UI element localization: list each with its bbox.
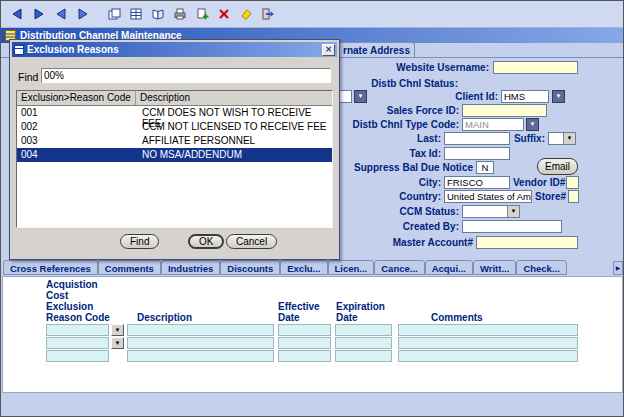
- store-label: Store#: [535, 191, 566, 203]
- created-by-field[interactable]: [462, 220, 562, 233]
- vendor-id-label: Vendor ID#: [513, 177, 565, 189]
- toolbar: [1, 1, 624, 28]
- list-item[interactable]: 004NO MSA/ADDENDUM: [17, 148, 332, 162]
- client-id-field[interactable]: HMS: [501, 90, 549, 103]
- grid-expiration-date-input[interactable]: [335, 337, 392, 349]
- store-field[interactable]: [568, 190, 579, 203]
- suppress-bal-due-field[interactable]: N: [476, 161, 494, 174]
- tab-cance[interactable]: Cance...: [374, 260, 424, 275]
- dialog-close-icon[interactable]: ✕: [322, 44, 335, 56]
- clear-form-icon[interactable]: [236, 5, 255, 24]
- tab-discounts[interactable]: Discounts: [220, 260, 280, 275]
- exclusion-list-rows: 001CCM DOES NOT WISH TO RECEIVE FEE002CC…: [17, 106, 332, 162]
- grid-header-description: Description: [137, 312, 192, 323]
- ledger-icon[interactable]: [148, 5, 167, 24]
- suffix-combo[interactable]: ▼: [548, 132, 576, 145]
- grid-header-exclusion: Exclusion: [46, 301, 93, 312]
- city-field[interactable]: FRISCO: [444, 176, 510, 189]
- grid-comments-input[interactable]: [398, 324, 578, 336]
- grid-reason-code-input[interactable]: [46, 324, 109, 336]
- website-username-label: Website Username:: [341, 62, 489, 74]
- new-form-icon[interactable]: [104, 5, 123, 24]
- grid-header-reason-code: Reason Code: [46, 312, 110, 323]
- grid-effective-date-input[interactable]: [278, 350, 331, 362]
- exclusion-reasons-dialog: Exclusion Reasons ✕ Find Exclusion>Reaso…: [9, 39, 340, 260]
- find-button[interactable]: Find: [120, 234, 159, 249]
- find-input[interactable]: [41, 68, 331, 83]
- dialog-buttons: Find OK Cancel: [10, 234, 339, 252]
- website-username-field[interactable]: [493, 61, 578, 74]
- list-item-code: 001: [17, 106, 136, 120]
- exit-icon[interactable]: [258, 5, 277, 24]
- grid-reason-code-lov-button[interactable]: ▼: [111, 337, 124, 349]
- nav-prev-icon[interactable]: [51, 5, 70, 24]
- grid-description-input[interactable]: [127, 337, 274, 349]
- grid-header-comments: Comments: [431, 312, 483, 323]
- distb-chnl-type-code-lov-button[interactable]: ▼: [526, 118, 539, 131]
- list-item-description: AFFILIATE PERSONNEL: [136, 134, 332, 148]
- grid-header-expiration: Expiration: [336, 301, 385, 312]
- vendor-id-field[interactable]: [566, 176, 579, 189]
- exclusion-list-header: Exclusion>Reason Code Description: [17, 91, 332, 106]
- grid-effective-date-input[interactable]: [278, 337, 331, 349]
- grid-comments-input[interactable]: [398, 350, 578, 362]
- country-field[interactable]: United States of Ame: [444, 190, 532, 203]
- tab-comments[interactable]: Comments: [98, 260, 161, 275]
- sales-force-id-field[interactable]: [462, 104, 547, 117]
- grid-header-effective: Effective: [278, 301, 320, 312]
- application-window: Distribution Channel Maintenance rnate A…: [0, 0, 624, 417]
- grid-effective-date-input[interactable]: [278, 324, 331, 336]
- forms-grid-icon[interactable]: [126, 5, 145, 24]
- tab-scroll-right-icon[interactable]: ▶: [613, 261, 623, 275]
- email-button[interactable]: Email: [537, 158, 578, 175]
- city-label: City:: [401, 177, 441, 189]
- list-item-description: CCM DOES NOT WISH TO RECEIVE FEE: [136, 106, 332, 120]
- column-header-description: Description: [136, 91, 332, 105]
- list-item[interactable]: 003AFFILIATE PERSONNEL: [17, 134, 332, 148]
- column-header-reason-code: Exclusion>Reason Code: [17, 91, 136, 105]
- grid-description-input[interactable]: [127, 324, 274, 336]
- tab-exclu[interactable]: Exclu...: [280, 260, 327, 275]
- grid-description-input[interactable]: [127, 350, 274, 362]
- grid-reason-code-lov-button[interactable]: ▼: [111, 324, 124, 336]
- grid-reason-code-input[interactable]: [46, 350, 109, 362]
- last-field[interactable]: [444, 132, 510, 145]
- delete-record-icon[interactable]: [214, 5, 233, 24]
- grid-header-expiration-date: Date: [336, 312, 358, 323]
- ccm-status-dropdown-icon[interactable]: ▼: [507, 206, 519, 217]
- grid-header-acquisition: Acquistion: [46, 279, 98, 290]
- suppress-bal-due-label: Suppress Bal Due Notice: [331, 162, 473, 174]
- ccm-status-combo[interactable]: ▼: [462, 205, 520, 218]
- grid-header-cost: Cost: [46, 290, 68, 301]
- tab-licen[interactable]: Licen...: [328, 260, 375, 275]
- grid-comments-input[interactable]: [398, 337, 578, 349]
- grid-reason-code-input[interactable]: [46, 337, 109, 349]
- nav-last-icon[interactable]: [73, 5, 92, 24]
- grid-expiration-date-input[interactable]: [335, 350, 392, 362]
- nav-next-icon[interactable]: [29, 5, 48, 24]
- list-item-code: 002: [17, 120, 136, 134]
- tab-check[interactable]: Check...: [516, 260, 566, 275]
- grid-expiration-date-input[interactable]: [335, 324, 392, 336]
- nav-first-icon[interactable]: [7, 5, 26, 24]
- distb-chnl-type-code-field[interactable]: MAIN: [462, 118, 524, 131]
- tab-acqui[interactable]: Acqui...: [425, 260, 473, 275]
- add-record-icon[interactable]: [192, 5, 211, 24]
- master-account-field[interactable]: [476, 236, 578, 249]
- suffix-dropdown-icon[interactable]: ▼: [563, 133, 575, 144]
- ccm-status-label: CCM Status:: [396, 206, 459, 218]
- cancel-button[interactable]: Cancel: [226, 234, 277, 249]
- distb-chnl-status-field[interactable]: [338, 90, 352, 103]
- tax-id-field[interactable]: [444, 147, 510, 160]
- list-item[interactable]: 002CCM NOT LICENSED TO RECEIVE FEE: [17, 120, 332, 134]
- tab-cross-references[interactable]: Cross References: [3, 260, 98, 275]
- tax-id-label: Tax Id:: [381, 148, 441, 160]
- tab-alternate-address[interactable]: rnate Address: [338, 42, 415, 57]
- list-item[interactable]: 001CCM DOES NOT WISH TO RECEIVE FEE: [17, 106, 332, 120]
- print-icon[interactable]: [170, 5, 189, 24]
- client-id-lov-button[interactable]: ▼: [552, 90, 565, 103]
- tab-industries[interactable]: Industries: [161, 260, 220, 275]
- ok-button[interactable]: OK: [188, 234, 224, 249]
- tab-writt[interactable]: Writt...: [473, 260, 516, 275]
- distb-chnl-status-lov-button[interactable]: ▼: [354, 90, 367, 103]
